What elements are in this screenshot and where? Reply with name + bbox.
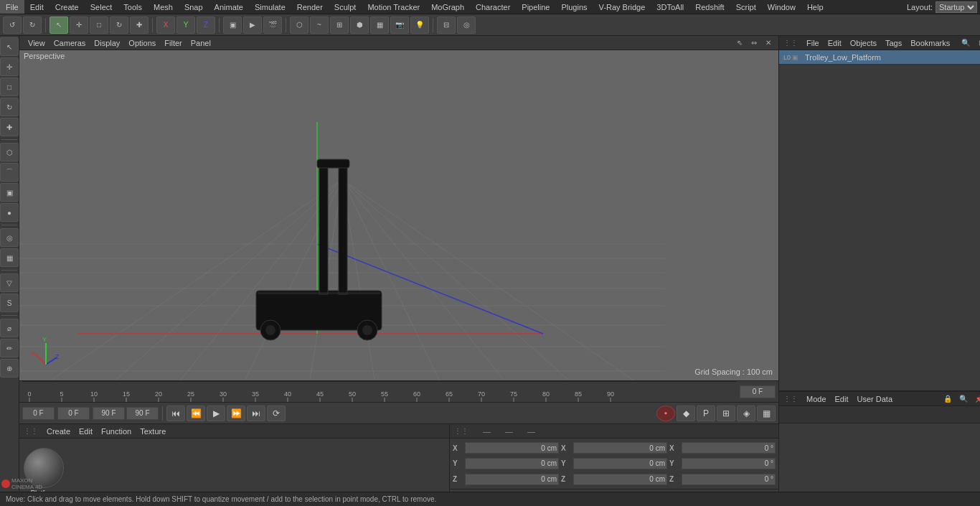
timeline-ruler[interactable]: 0 5 10 15 20 25 30 35 40	[22, 381, 737, 402]
vp-ctrl-arrows[interactable]: ⇔	[748, 37, 760, 49]
vp-menu-filter[interactable]: Filter	[160, 39, 186, 47]
vp-menu-view[interactable]: View	[24, 39, 50, 47]
obj-objects-menu[interactable]: Objects	[850, 39, 877, 47]
menu-simulate[interactable]: Simulate	[249, 0, 291, 14]
attr-userdata-menu[interactable]: User Data	[857, 395, 893, 403]
left-sculpt-btn[interactable]: ⊕	[0, 359, 19, 378]
attr-pin-btn[interactable]: 📌	[972, 393, 980, 406]
obj-edit-menu[interactable]: Edit	[828, 39, 842, 47]
obj-search-btn[interactable]: 🔍	[958, 37, 973, 50]
onion-button[interactable]: ◈	[737, 406, 755, 421]
menu-mesh[interactable]: Mesh	[148, 0, 179, 14]
coord-z-size-input[interactable]	[573, 474, 667, 485]
attr-search-btn[interactable]: 🔍	[956, 393, 971, 406]
vp-menu-panel[interactable]: Panel	[187, 39, 215, 47]
coord-y-pos-input[interactable]	[465, 458, 559, 469]
go-end-button[interactable]: ⏭	[247, 406, 265, 421]
redo-button[interactable]: ↻	[23, 17, 42, 34]
end-frame-input-2[interactable]	[126, 407, 159, 420]
mat-function-menu[interactable]: Function	[101, 427, 131, 436]
left-soft-btn[interactable]: ⌀	[0, 319, 19, 337]
left-spline-btn[interactable]: ⌒	[0, 163, 19, 182]
attr-mode-menu[interactable]: Mode	[806, 395, 826, 403]
menu-window[interactable]: Window	[762, 0, 801, 14]
menu-pipeline[interactable]: Pipeline	[516, 0, 555, 14]
coord-z-pos-input[interactable]	[465, 474, 559, 485]
env-button[interactable]: ▦	[370, 17, 389, 34]
left-cube-btn[interactable]: ▣	[0, 183, 19, 202]
select-tool-button[interactable]: ↖	[50, 17, 68, 34]
attr-lock-btn[interactable]: 🔒	[941, 393, 955, 406]
record-button[interactable]: ●	[656, 406, 675, 421]
left-move-btn[interactable]: ✛	[0, 57, 19, 76]
left-paint-btn[interactable]: ✏	[0, 339, 19, 357]
vp-menu-cameras[interactable]: Cameras	[50, 39, 90, 47]
light-button[interactable]: 💡	[410, 17, 429, 34]
layout-dropdown[interactable]: Startup	[936, 1, 977, 13]
coord-y-size-input[interactable]	[573, 458, 667, 469]
coord-x-size-input[interactable]	[573, 442, 667, 454]
yaxis-button[interactable]: Y	[176, 17, 195, 34]
menu-plugins[interactable]: Plugins	[555, 0, 593, 14]
attr-edit-menu[interactable]: Edit	[835, 395, 849, 403]
left-poly-btn[interactable]: ⬡	[0, 143, 19, 161]
object-row-trolley[interactable]: L0 ▣ Trolley_Low_Platform ✕	[779, 50, 980, 65]
coord-x-pos-input[interactable]	[465, 442, 559, 454]
spline-button[interactable]: ~	[310, 17, 329, 34]
menu-redshift[interactable]: Redshift	[689, 0, 730, 14]
object-button[interactable]: ⬡	[290, 17, 308, 34]
transform-button[interactable]: ✚	[130, 17, 149, 34]
coord-y-rot-input[interactable]	[682, 458, 776, 469]
left-sphere-btn[interactable]: ●	[0, 203, 19, 222]
play-button[interactable]: ▶	[207, 406, 225, 421]
vp-ctrl-expand[interactable]: ⇖	[734, 37, 745, 49]
auto-key-button[interactable]: P	[697, 406, 715, 421]
menu-tools[interactable]: Tools	[118, 0, 148, 14]
step-forward-button[interactable]: ⏩	[227, 406, 245, 421]
menu-mograph[interactable]: MoGraph	[425, 0, 470, 14]
vp-menu-options[interactable]: Options	[124, 39, 160, 47]
left-s-btn[interactable]: S	[0, 294, 19, 312]
menu-help[interactable]: Help	[801, 0, 829, 14]
menu-snap[interactable]: Snap	[179, 0, 209, 14]
mat-texture-menu[interactable]: Texture	[140, 427, 166, 436]
loop-button[interactable]: ⟳	[267, 406, 286, 421]
atom-button[interactable]: ◎	[457, 17, 476, 34]
menu-motion-tracker[interactable]: Motion Tracker	[362, 0, 425, 14]
mat-create-menu[interactable]: Create	[47, 427, 70, 436]
frame-input[interactable]	[740, 385, 776, 398]
floor-button[interactable]: ⊟	[437, 17, 456, 34]
menu-vray[interactable]: V-Ray Bridge	[593, 0, 651, 14]
left-material-btn[interactable]: ◎	[0, 228, 19, 247]
left-tag-btn[interactable]: ▽	[0, 273, 19, 292]
menu-animate[interactable]: Animate	[209, 0, 249, 14]
coord-z-rot-input[interactable]	[682, 474, 776, 485]
menu-character[interactable]: Character	[470, 0, 516, 14]
end-frame-input-1[interactable]	[93, 407, 125, 420]
nurbs-button[interactable]: ⊞	[330, 17, 349, 34]
menu-select[interactable]: Select	[85, 0, 118, 14]
step-back-button[interactable]: ⏪	[187, 406, 205, 421]
render-region-button[interactable]: ▣	[223, 17, 242, 34]
left-scale-btn[interactable]: □	[0, 78, 19, 96]
rotate-tool-button[interactable]: ↻	[110, 17, 128, 34]
zaxis-button[interactable]: Z	[197, 17, 215, 34]
left-camera-btn[interactable]: ✚	[0, 118, 19, 136]
menu-create[interactable]: Create	[50, 0, 85, 14]
menu-render[interactable]: Render	[291, 0, 329, 14]
keyframe-button[interactable]: ◆	[677, 406, 695, 421]
menu-3dtoall[interactable]: 3DToAll	[651, 0, 689, 14]
mat-edit-menu[interactable]: Edit	[79, 427, 93, 436]
menu-file[interactable]: File	[0, 0, 24, 14]
menu-script[interactable]: Script	[730, 0, 762, 14]
timeline-mode-button[interactable]: ▦	[757, 406, 776, 421]
vp-menu-display[interactable]: Display	[90, 39, 124, 47]
left-texture-btn[interactable]: ▦	[0, 248, 19, 267]
menu-edit[interactable]: Edit	[24, 0, 50, 14]
camera-button[interactable]: 📷	[390, 17, 409, 34]
obj-filter-btn[interactable]: ⊞	[974, 37, 980, 50]
playback-field-1[interactable]	[57, 407, 90, 420]
obj-bookmarks-menu[interactable]: Bookmarks	[910, 39, 950, 47]
deform-button[interactable]: ⬢	[350, 17, 369, 34]
render-view-button[interactable]: 🎬	[263, 17, 282, 34]
